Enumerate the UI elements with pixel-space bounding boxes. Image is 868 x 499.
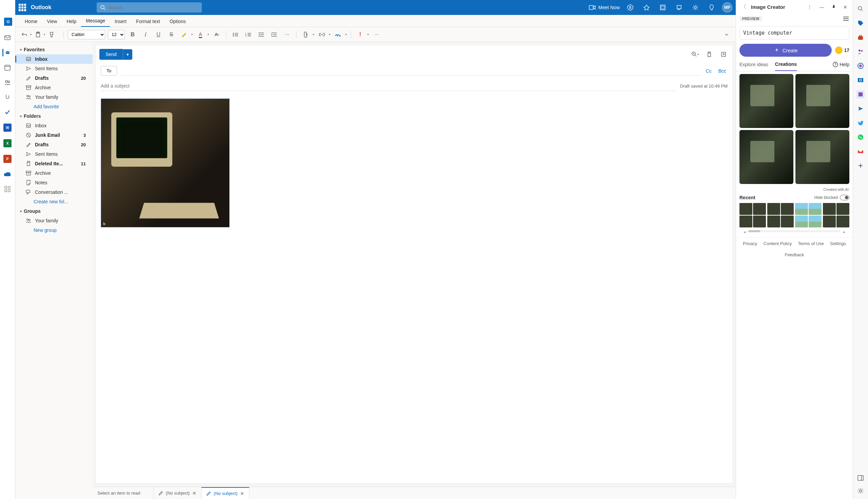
- menu-icon[interactable]: [843, 16, 850, 21]
- copilot-rail-icon[interactable]: [856, 62, 865, 70]
- content-policy-link[interactable]: Content Policy: [764, 241, 792, 246]
- font-color-button[interactable]: A: [196, 29, 205, 40]
- settings-rail-icon[interactable]: [856, 487, 865, 495]
- font-size-select[interactable]: 12: [108, 30, 125, 39]
- underline-button[interactable]: U: [153, 29, 163, 40]
- folder-drafts[interactable]: Drafts20: [15, 140, 92, 149]
- creations-tab[interactable]: Creations: [775, 61, 797, 71]
- recent-set-1[interactable]: [740, 203, 766, 228]
- twitter-rail-icon[interactable]: [856, 119, 865, 127]
- tab-format-text[interactable]: Format text: [131, 16, 165, 27]
- more-options-icon[interactable]: ⋮: [805, 3, 814, 11]
- tag-rail-icon[interactable]: [856, 19, 865, 27]
- send-rail-icon[interactable]: [856, 105, 865, 113]
- signature-button[interactable]: [333, 29, 343, 40]
- to-button[interactable]: To: [101, 66, 117, 76]
- reading-pane-tab[interactable]: Select an item to read: [92, 487, 154, 499]
- feedback-link[interactable]: Feedback: [784, 252, 804, 257]
- font-name-select[interactable]: Calibri: [68, 30, 105, 39]
- more-para-button[interactable]: ⋯: [282, 29, 292, 40]
- folder-archive[interactable]: Archive: [15, 83, 92, 92]
- explore-ideas-tab[interactable]: Explore ideas: [740, 62, 768, 71]
- bulb-icon[interactable]: [706, 2, 717, 13]
- message-body[interactable]: b: [96, 94, 732, 483]
- side-panel-toggle-icon[interactable]: [856, 474, 865, 482]
- paste-button[interactable]: [33, 29, 43, 40]
- todo-rail-icon[interactable]: [4, 109, 11, 116]
- scroll-right-icon[interactable]: ►: [843, 230, 846, 234]
- privacy-link[interactable]: Privacy: [743, 241, 757, 246]
- meet-now-button[interactable]: Meet Now: [589, 2, 620, 13]
- chevron-down-icon[interactable]: ▾: [44, 33, 45, 36]
- terms-link[interactable]: Terms of Use: [798, 241, 824, 246]
- groups-header[interactable]: ▾Groups: [15, 206, 92, 216]
- mail-rail-icon[interactable]: [4, 34, 11, 41]
- zoom-button[interactable]: ▾: [690, 49, 701, 60]
- tab-help[interactable]: Help: [62, 16, 81, 27]
- importance-button[interactable]: !: [355, 29, 365, 40]
- folder-sent-items[interactable]: Sent Items: [15, 149, 92, 159]
- pin-icon[interactable]: [830, 3, 838, 11]
- result-thumb-4[interactable]: [795, 130, 850, 184]
- contacts-rail-icon[interactable]: [856, 48, 865, 56]
- settings-link[interactable]: Settings: [830, 241, 846, 246]
- chevron-down-icon[interactable]: ▾: [207, 33, 209, 36]
- word-rail-icon[interactable]: W: [3, 124, 12, 132]
- tab-options[interactable]: Options: [165, 16, 191, 27]
- to-input[interactable]: [121, 66, 700, 76]
- mail-active-icon[interactable]: [2, 49, 10, 56]
- recent-set-4[interactable]: [823, 203, 850, 228]
- chevron-down-icon[interactable]: ▾: [191, 33, 193, 36]
- chevron-down-icon[interactable]: ▾: [313, 33, 314, 36]
- outdent-button[interactable]: [256, 29, 266, 40]
- search-box[interactable]: [97, 2, 202, 13]
- send-dropdown-button[interactable]: ▾: [123, 49, 132, 60]
- result-thumb-3[interactable]: [740, 130, 793, 184]
- clear-format-button[interactable]: A: [212, 29, 222, 40]
- folder-notes[interactable]: Notes: [15, 178, 92, 187]
- undo-button[interactable]: [19, 29, 29, 40]
- boost-count[interactable]: ⚡ 17: [835, 47, 850, 54]
- link-button[interactable]: [317, 29, 327, 40]
- scroll-left-icon[interactable]: ◄: [743, 230, 746, 234]
- people-rail-icon[interactable]: [4, 79, 11, 86]
- calendar-rail-icon[interactable]: [4, 64, 11, 71]
- briefcase-rail-icon[interactable]: [856, 33, 865, 41]
- tab-message[interactable]: Message: [81, 15, 110, 27]
- bcc-button[interactable]: Bcc: [717, 68, 728, 74]
- folders-header[interactable]: ▾Folders: [15, 111, 92, 121]
- discard-button[interactable]: [704, 49, 715, 60]
- chevron-down-icon[interactable]: ▾: [345, 33, 347, 36]
- designer-rail-icon[interactable]: [856, 90, 865, 98]
- premium-icon[interactable]: [641, 2, 652, 13]
- format-painter-button[interactable]: [47, 29, 56, 40]
- draft-tab-2[interactable]: (No subject) ✕: [201, 487, 249, 499]
- draft-tab-1[interactable]: (No subject) ✕: [154, 487, 201, 499]
- settings-icon[interactable]: [690, 2, 701, 13]
- recent-set-2[interactable]: [767, 203, 794, 228]
- close-tab-2[interactable]: ✕: [240, 491, 244, 496]
- toggle-switch[interactable]: [840, 195, 850, 200]
- avatar[interactable]: MP: [722, 2, 732, 13]
- tab-insert[interactable]: Insert: [110, 16, 131, 27]
- ppt-rail-icon[interactable]: P: [3, 155, 12, 163]
- tips-icon[interactable]: [673, 2, 685, 13]
- create-button[interactable]: Create: [740, 44, 832, 57]
- strike-button[interactable]: S: [166, 29, 176, 40]
- folder-archive[interactable]: Archive: [15, 168, 92, 178]
- cc-button[interactable]: Cc: [705, 68, 713, 74]
- whatsapp-rail-icon[interactable]: [856, 133, 865, 141]
- apps-rail-icon[interactable]: [4, 185, 11, 193]
- folder-conversation-[interactable]: Conversation ...: [15, 187, 92, 197]
- prompt-input[interactable]: Vintage computer: [740, 26, 850, 40]
- files-rail-icon[interactable]: [4, 94, 11, 101]
- bold-button[interactable]: B: [127, 29, 138, 40]
- app-launcher-icon[interactable]: [18, 4, 26, 11]
- italic-button[interactable]: I: [140, 29, 151, 40]
- gmail-rail-icon[interactable]: [856, 147, 865, 156]
- add-favorite-link[interactable]: Add favorite: [15, 102, 92, 111]
- folder-sent-items[interactable]: Sent Items: [15, 64, 92, 73]
- excel-rail-icon[interactable]: X: [3, 139, 12, 147]
- outlook-rail-icon[interactable]: O: [856, 76, 865, 84]
- numbering-button[interactable]: 123: [243, 29, 253, 40]
